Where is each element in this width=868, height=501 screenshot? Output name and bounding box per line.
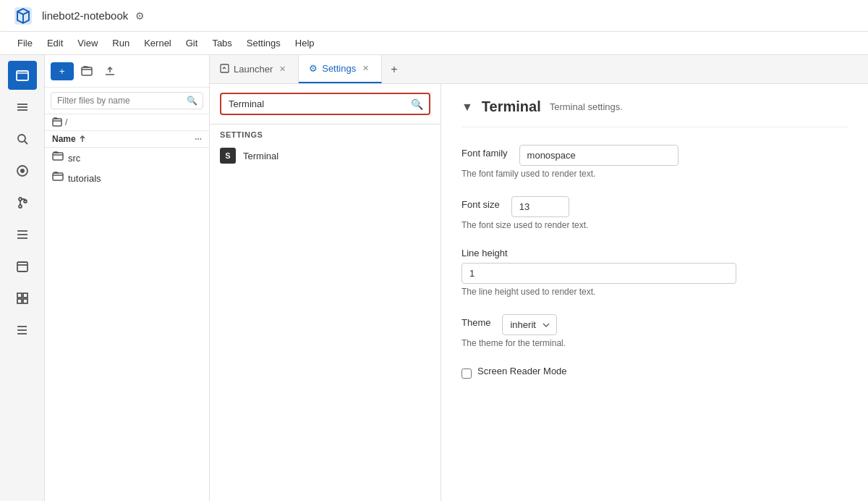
font-size-row: Font size — [461, 196, 848, 217]
menu-kernel[interactable]: Kernel — [138, 36, 177, 50]
file-list-options[interactable]: ··· — [195, 134, 202, 144]
file-item-tutorials[interactable]: tutorials — [45, 168, 209, 188]
tab-settings[interactable]: ⚙ Settings ✕ — [299, 55, 382, 83]
theme-select[interactable]: inherit light dark — [502, 314, 557, 335]
tab-launcher-close[interactable]: ✕ — [277, 64, 288, 75]
settings-section-label: SETTINGS — [210, 125, 441, 142]
tab-settings-label: Settings — [322, 63, 356, 74]
settings-detail-arrow[interactable]: ▼ — [461, 101, 473, 114]
settings-detail-title: Terminal — [482, 98, 541, 115]
screen-reader-label: Screen Reader Mode — [477, 366, 567, 376]
settings-detail-panel: ▼ Terminal Terminal settings. Font famil… — [441, 84, 868, 501]
svg-rect-19 — [17, 293, 22, 298]
sidebar-item-files[interactable] — [8, 61, 37, 90]
settings-field-font-size: Font size The font size used to render t… — [461, 196, 848, 230]
theme-row: Theme inherit light dark — [461, 314, 848, 335]
tab-launcher[interactable]: Launcher ✕ — [210, 55, 299, 83]
settings-search-bar: 🔍 — [210, 84, 441, 125]
file-list: src tutorials — [45, 148, 209, 501]
settings-item-terminal[interactable]: S Terminal — [210, 142, 441, 169]
settings-field-font-family: Font family The font family used to rend… — [461, 145, 848, 179]
filter-input[interactable] — [51, 92, 203, 109]
svg-point-8 — [20, 169, 25, 173]
file-name: src — [68, 153, 80, 164]
tab-launcher-label: Launcher — [234, 64, 273, 75]
split-content: 🔍 SETTINGS S Terminal ▼ Terminal Termina… — [210, 84, 868, 501]
breadcrumb: / — [45, 114, 209, 131]
sidebar-item-list[interactable] — [8, 93, 37, 122]
menubar: File Edit View Run Kernel Git Tabs Setti… — [0, 32, 868, 55]
menu-edit[interactable]: Edit — [41, 36, 69, 50]
theme-desc: The theme for the terminal. — [461, 338, 848, 348]
menu-help[interactable]: Help — [289, 36, 320, 50]
menu-file[interactable]: File — [12, 36, 38, 50]
menu-run[interactable]: Run — [106, 36, 135, 50]
svg-point-5 — [18, 135, 25, 142]
settings-search-input-wrap: 🔍 — [220, 93, 430, 115]
line-height-input[interactable] — [461, 263, 736, 284]
settings-detail-description: Terminal settings. — [550, 101, 623, 112]
upload-button[interactable] — [100, 61, 120, 81]
screen-reader-row: Screen Reader Mode — [461, 366, 848, 381]
sidebar-item-git[interactable] — [8, 188, 37, 217]
filter-bar: 🔍 — [45, 88, 209, 114]
sidebar-item-run[interactable] — [8, 156, 37, 185]
launcher-tab-icon — [220, 64, 229, 75]
settings-search-panel: 🔍 SETTINGS S Terminal — [210, 84, 441, 501]
svg-rect-32 — [53, 173, 63, 180]
svg-rect-15 — [17, 262, 27, 271]
file-name: tutorials — [68, 173, 101, 184]
settings-field-line-height: Line height The line height used to rend… — [461, 248, 848, 297]
font-family-desc: The font family used to render text. — [461, 169, 848, 179]
gear-icon[interactable]: ⚙ — [135, 10, 145, 22]
font-size-input[interactable] — [511, 196, 569, 217]
settings-tab-icon: ⚙ — [309, 63, 318, 74]
tab-settings-close[interactable]: ✕ — [360, 63, 371, 74]
sidebar-item-calendar[interactable] — [8, 252, 37, 281]
svg-point-27 — [17, 329, 19, 331]
menu-tabs[interactable]: Tabs — [206, 36, 237, 50]
screen-reader-checkbox[interactable] — [461, 369, 472, 379]
sidebar-item-grid[interactable] — [8, 284, 37, 313]
settings-field-theme: Theme inherit light dark The theme for t… — [461, 314, 848, 348]
menu-settings[interactable]: Settings — [241, 36, 286, 50]
app-title: linebot2-notebook — [42, 9, 128, 22]
svg-point-26 — [17, 326, 19, 327]
new-folder-button[interactable] — [77, 61, 97, 81]
folder-icon — [52, 151, 64, 165]
svg-point-10 — [19, 205, 22, 208]
line-height-desc: The line height used to render text. — [461, 287, 848, 297]
font-size-desc: The font size used to render text. — [461, 220, 848, 230]
filter-wrap: 🔍 — [51, 92, 203, 109]
file-panel: + 🔍 / Name ··· — [45, 55, 210, 501]
tab-add-button[interactable]: + — [382, 57, 406, 82]
name-label: Name — [52, 134, 76, 144]
sidebar-item-list2[interactable] — [8, 220, 37, 249]
sidebar-item-list3[interactable] — [8, 316, 37, 345]
font-size-label: Font size — [461, 199, 500, 210]
menu-git[interactable]: Git — [180, 36, 204, 50]
terminal-icon: S — [220, 148, 236, 164]
main-layout: + 🔍 / Name ··· — [0, 55, 868, 501]
settings-field-screen-reader: Screen Reader Mode — [461, 366, 848, 381]
settings-search-input[interactable] — [221, 94, 429, 114]
font-family-label: Font family — [461, 148, 508, 159]
svg-rect-33 — [221, 64, 229, 72]
svg-point-9 — [19, 198, 22, 201]
menu-view[interactable]: View — [72, 36, 103, 50]
file-list-name-header[interactable]: Name — [52, 134, 195, 144]
new-button[interactable]: + — [51, 62, 74, 80]
folder-icon — [52, 171, 64, 185]
file-list-header: Name ··· — [45, 131, 209, 148]
sidebar-icons — [0, 55, 45, 501]
file-item-src[interactable]: src — [45, 148, 209, 168]
theme-label: Theme — [461, 317, 490, 328]
svg-rect-21 — [17, 299, 22, 303]
font-family-input[interactable] — [519, 145, 678, 166]
plus-icon: + — [59, 66, 65, 77]
svg-line-6 — [25, 141, 27, 144]
svg-rect-20 — [23, 293, 27, 298]
titlebar: linebot2-notebook ⚙ — [0, 0, 868, 32]
sidebar-item-search[interactable] — [8, 125, 37, 153]
app-logo — [12, 4, 35, 28]
